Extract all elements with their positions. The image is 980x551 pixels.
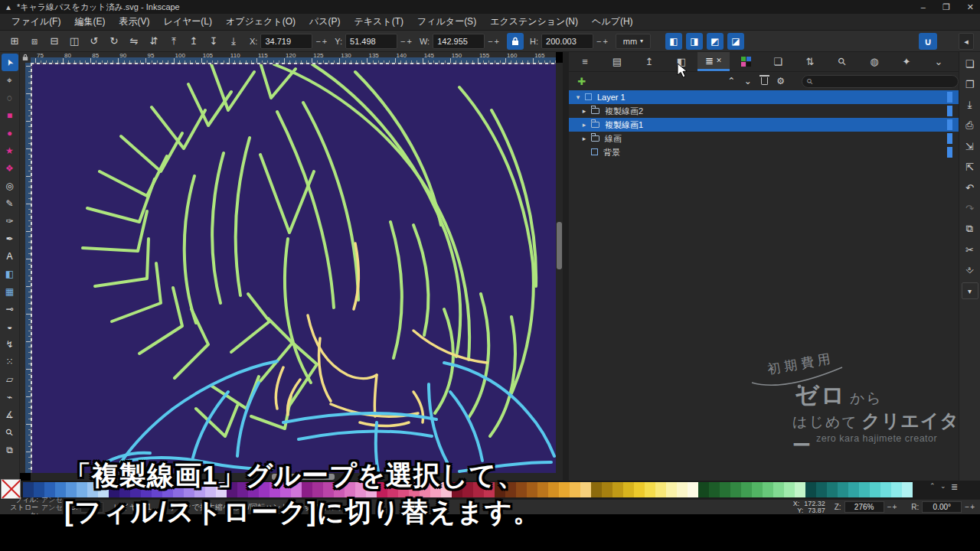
ruler-corner-lock[interactable]	[20, 52, 31, 63]
tab-export[interactable]: ↥	[633, 52, 665, 71]
layers-settings-button[interactable]: ⚙	[773, 73, 789, 89]
move-layer-up-button[interactable]: ⌃	[724, 73, 740, 89]
palette-swatch[interactable]	[237, 482, 248, 497]
palette-swatch[interactable]	[87, 482, 98, 497]
layer-row[interactable]: ▸ 複製線画2	[569, 104, 959, 118]
palette-swatch[interactable]	[848, 482, 859, 497]
layer-row[interactable]: ▸ 線画	[569, 132, 959, 145]
deselect-button[interactable]: ⊟	[44, 33, 64, 50]
horizontal-ruler[interactable]: 7580859095100105110115120125130135140145…	[31, 52, 556, 63]
palette-swatch[interactable]	[891, 482, 902, 497]
palette-swatch[interactable]	[109, 482, 119, 497]
scrollbar-thumb[interactable]	[272, 474, 335, 480]
flip-vertical-button[interactable]: ⇵	[144, 33, 164, 50]
paste-button[interactable]: ⎀	[962, 262, 978, 279]
layer-row[interactable]: 背景	[569, 145, 959, 159]
vertical-ruler[interactable]	[20, 63, 31, 473]
width-field[interactable]: 142.955	[433, 34, 485, 49]
palette-swatch[interactable]	[623, 482, 634, 497]
palette-swatch[interactable]	[194, 482, 205, 497]
expander-icon[interactable]: ▸	[580, 107, 589, 115]
palette-swatch[interactable]	[698, 482, 709, 497]
layer-row[interactable]: ▸ 複製線画1	[569, 118, 959, 132]
import-button[interactable]: ⇲	[962, 138, 978, 155]
palette-swatch[interactable]	[462, 482, 473, 497]
palette-swatch[interactable]	[752, 482, 763, 497]
palette-swatch[interactable]	[77, 482, 87, 497]
tool-pencil[interactable]: ✎	[2, 194, 18, 212]
tab-object-properties[interactable]: ❏	[762, 52, 794, 71]
palette-swatch[interactable]	[859, 482, 870, 497]
tool-spray[interactable]: ⁙	[2, 353, 18, 370]
select-all-layers-button[interactable]: ⧈	[24, 33, 44, 50]
palette-swatch[interactable]	[420, 482, 430, 497]
tool-pages[interactable]: ⧉	[2, 441, 18, 458]
palette-swatch[interactable]	[688, 482, 698, 497]
layers-search-input[interactable]	[815, 77, 946, 86]
tool-tweak[interactable]: ↯	[2, 335, 18, 353]
lower-to-bottom-button[interactable]: ⤓	[224, 33, 243, 50]
current-layer-indicator[interactable]: レイヤー 1	[114, 502, 152, 513]
palette-swatch[interactable]	[162, 482, 173, 497]
palette-swatch[interactable]	[291, 482, 302, 497]
tab-symbols[interactable]: ✦	[890, 52, 923, 71]
palette-swatch[interactable]	[655, 482, 666, 497]
layer-highlight-color-tag[interactable]	[947, 133, 952, 144]
layer-highlight-color-tag[interactable]	[947, 92, 952, 103]
new-document-button[interactable]: ❏	[962, 55, 978, 72]
palette-swatch[interactable]	[216, 482, 227, 497]
add-layer-button[interactable]: ✚	[573, 73, 590, 89]
height-field[interactable]: 200.003	[541, 34, 593, 49]
palette-swatch[interactable]	[580, 482, 591, 497]
copy-button[interactable]: ⧉	[962, 220, 978, 237]
palette-swatch[interactable]	[763, 482, 773, 497]
tool-calligraphy[interactable]: ✒	[2, 230, 18, 247]
palette-swatch[interactable]	[280, 482, 291, 497]
menu-view[interactable]: 表示(V)	[112, 14, 156, 30]
palette-swatch[interactable]	[570, 482, 580, 497]
palette-scroll-down[interactable]: ⌄	[940, 482, 946, 490]
tab-find-replace[interactable]: ⚲	[826, 52, 858, 71]
palette-swatch[interactable]	[302, 482, 312, 497]
x-field[interactable]: 34.719	[260, 34, 312, 49]
rotate-ccw-button[interactable]: ↺	[84, 33, 104, 50]
palette-swatch[interactable]	[398, 482, 409, 497]
select-all-button[interactable]: ⊞	[5, 33, 24, 50]
toolbar-collapse-button[interactable]: ◂	[959, 33, 974, 50]
tab-layers-objects[interactable]: ≣✕	[697, 52, 730, 71]
save-document-button[interactable]: ⤓	[962, 96, 978, 113]
menu-path[interactable]: パス(P)	[302, 14, 348, 30]
palette-swatch[interactable]	[795, 482, 805, 497]
palette-swatch[interactable]	[730, 482, 741, 497]
undo-button[interactable]: ↶	[962, 179, 978, 196]
tool-pen[interactable]: ✑	[2, 212, 18, 230]
palette-swatch[interactable]	[312, 482, 323, 497]
tool-ellipse[interactable]: ●	[2, 124, 18, 142]
palette-swatch[interactable]	[666, 482, 677, 497]
expander-icon[interactable]: ▸	[580, 121, 589, 129]
palette-swatch[interactable]	[612, 482, 623, 497]
palette-swatch[interactable]	[548, 482, 559, 497]
tool-mesh[interactable]: ▦	[2, 282, 18, 300]
palette-swatch[interactable]	[345, 482, 355, 497]
menu-extensions[interactable]: エクステンション(N)	[483, 14, 585, 30]
palette-swatch[interactable]	[602, 482, 612, 497]
fill-indicator-value[interactable]: アンセット	[41, 496, 64, 504]
vertical-scrollbar[interactable]	[556, 63, 563, 473]
palette-swatch[interactable]	[827, 482, 838, 497]
move-layer-down-button[interactable]: ⌄	[740, 73, 756, 89]
tool-rectangle[interactable]: ■	[2, 106, 18, 124]
scrollbar-thumb[interactable]	[557, 222, 562, 269]
y-field[interactable]: 51.498	[345, 34, 397, 49]
palette-swatch[interactable]	[387, 482, 398, 497]
zoom-field[interactable]: 276%	[844, 501, 884, 513]
tab-align-distribute[interactable]: ≡	[569, 52, 601, 71]
tool-gradient[interactable]: ◧	[2, 265, 18, 282]
height-field-steppers[interactable]: −+	[596, 37, 609, 46]
palette-swatch[interactable]	[248, 482, 259, 497]
palette-swatch[interactable]	[720, 482, 730, 497]
tab-overflow-menu[interactable]: ⌄	[923, 52, 955, 71]
menu-filters[interactable]: フィルター(S)	[410, 14, 483, 30]
horizontal-scrollbar[interactable]	[31, 473, 556, 481]
palette-swatch[interactable]	[259, 482, 270, 497]
